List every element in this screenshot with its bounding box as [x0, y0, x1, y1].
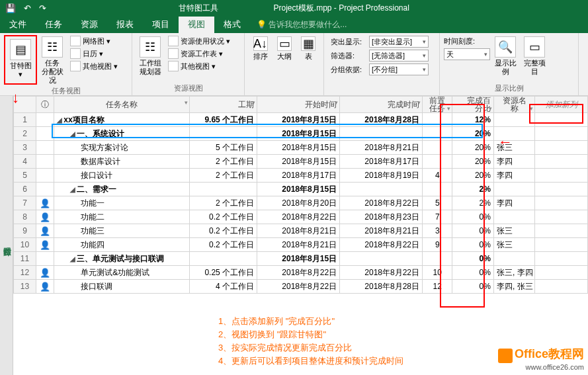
table-row[interactable]: 9👤功能三0.2 个工作日2018年8月21日2018年8月21日30%张三: [14, 224, 588, 238]
duration-cell[interactable]: 2 个工作日: [189, 196, 257, 210]
task-name-cell[interactable]: 数据库设计: [54, 155, 190, 169]
res-cell[interactable]: 李四: [493, 155, 534, 169]
task-usage-button[interactable]: ☷ 任务 分配状况: [38, 35, 66, 85]
row-number[interactable]: 4: [14, 155, 36, 169]
info-cell[interactable]: [36, 127, 54, 141]
finish-cell[interactable]: 2018年8月22日: [340, 266, 423, 280]
table-row[interactable]: 10👤功能四0.2 个工作日2018年8月21日2018年8月22日90%张三: [14, 238, 588, 252]
tab-resource[interactable]: 资源: [71, 16, 107, 33]
pct-cell[interactable]: 2%: [452, 183, 493, 196]
start-cell[interactable]: 2018年8月22日: [257, 266, 340, 280]
res-cell[interactable]: [493, 183, 534, 196]
pred-cell[interactable]: 5: [423, 196, 452, 210]
task-name-cell[interactable]: ◢二、需求一: [54, 183, 190, 196]
new-cell[interactable]: [535, 266, 588, 280]
res-cell[interactable]: 李四: [493, 196, 534, 210]
finish-cell[interactable]: 2018年8月17日: [340, 155, 423, 169]
task-name-cell[interactable]: 功能四: [54, 238, 190, 252]
task-name-cell[interactable]: 接口设计: [54, 169, 190, 183]
table-row[interactable]: 12👤单元测试&功能测试0.25 个工作日2018年8月22日2018年8月22…: [14, 266, 588, 280]
info-cell[interactable]: 👤: [36, 280, 54, 294]
pred-cell[interactable]: [423, 113, 452, 127]
col-percent-complete[interactable]: 完成百 分比▾: [452, 97, 493, 113]
team-planner-button[interactable]: ☷ 工作组 规划器: [136, 35, 164, 82]
col-add-new[interactable]: 添加新列: [535, 97, 588, 113]
duration-cell[interactable]: 4 个工作日: [189, 280, 257, 294]
gantt-chart-button[interactable]: ▤ 甘特图▾: [7, 38, 34, 79]
col-start[interactable]: 开始时间▾: [257, 97, 340, 113]
info-cell[interactable]: 👤: [36, 224, 54, 238]
col-task-name[interactable]: 任务名称▾: [54, 97, 190, 113]
duration-cell[interactable]: [189, 252, 257, 266]
task-name-cell[interactable]: ◢三、单元测试与接口联调: [54, 252, 190, 266]
col-predecessors[interactable]: 前置 任务▾: [423, 97, 452, 113]
new-cell[interactable]: [535, 252, 588, 266]
timescale-combo[interactable]: 天▾: [444, 48, 490, 60]
zoom-button[interactable]: 🔍显示比例: [491, 35, 519, 82]
tell-me[interactable]: 💡 告诉我您想要做什么...: [250, 17, 353, 33]
finish-cell[interactable]: 2018年8月28日: [340, 113, 423, 127]
finish-cell[interactable]: 2018年8月21日: [340, 224, 423, 238]
task-name-cell[interactable]: 接口联调: [54, 280, 190, 294]
pct-cell[interactable]: 0%: [452, 280, 493, 294]
task-name-cell[interactable]: 功能一: [54, 196, 190, 210]
task-name-cell[interactable]: ◢一、系统设计: [54, 127, 190, 141]
start-cell[interactable]: 2018年8月20日: [257, 196, 340, 210]
new-cell[interactable]: [535, 210, 588, 224]
table-row[interactable]: 11◢三、单元测试与接口联调2018年8月15日0%: [14, 252, 588, 266]
res-cell[interactable]: 张三: [493, 224, 534, 238]
pct-cell[interactable]: 12%: [452, 113, 493, 127]
pct-cell[interactable]: 20%: [452, 127, 493, 141]
finish-cell[interactable]: [340, 183, 423, 196]
res-cell[interactable]: [493, 252, 534, 266]
res-cell[interactable]: 李四: [493, 169, 534, 183]
new-cell[interactable]: [535, 280, 588, 294]
pred-cell[interactable]: [423, 183, 452, 196]
col-resources[interactable]: 资源名 称▾: [493, 97, 534, 113]
task-name-cell[interactable]: ◢xx项目名称: [54, 113, 190, 127]
sort-button[interactable]: A↓排序: [249, 35, 272, 61]
col-info[interactable]: ⓘ: [36, 97, 54, 113]
pred-cell[interactable]: 12: [423, 280, 452, 294]
start-cell[interactable]: 2018年8月15日: [257, 141, 340, 155]
pred-cell[interactable]: 4: [423, 169, 452, 183]
tab-view[interactable]: 视图: [179, 16, 214, 33]
finish-cell[interactable]: 2018年8月28日: [340, 280, 423, 294]
table-row[interactable]: 1◢xx项目名称9.65 个工作日2018年8月15日2018年8月28日12%: [14, 113, 588, 127]
row-number[interactable]: 5: [14, 169, 36, 183]
finish-cell[interactable]: 2018年8月22日: [340, 196, 423, 210]
row-number[interactable]: 12: [14, 266, 36, 280]
duration-cell[interactable]: [189, 127, 257, 141]
info-cell[interactable]: [36, 183, 54, 196]
info-cell[interactable]: [36, 169, 54, 183]
info-cell[interactable]: 👤: [36, 196, 54, 210]
finish-cell[interactable]: 2018年8月19日: [340, 169, 423, 183]
table-row[interactable]: 6◢二、需求一2018年8月15日2%: [14, 183, 588, 196]
tab-report[interactable]: 报表: [107, 16, 143, 33]
duration-cell[interactable]: 0.2 个工作日: [189, 238, 257, 252]
pct-cell[interactable]: 0%: [452, 266, 493, 280]
start-cell[interactable]: 2018年8月21日: [257, 224, 340, 238]
tab-format[interactable]: 格式: [214, 16, 250, 33]
res-cell[interactable]: 张三, 李四: [493, 266, 534, 280]
start-cell[interactable]: 2018年8月17日: [257, 169, 340, 183]
res-cell[interactable]: 李四, 张三: [493, 280, 534, 294]
duration-cell[interactable]: 0.25 个工作日: [189, 266, 257, 280]
table-row[interactable]: 13👤接口联调4 个工作日2018年8月22日2018年8月28日120%李四,…: [14, 280, 588, 294]
row-number[interactable]: 13: [14, 280, 36, 294]
new-cell[interactable]: [535, 169, 588, 183]
pred-cell[interactable]: [423, 252, 452, 266]
start-cell[interactable]: 2018年8月15日: [257, 155, 340, 169]
finish-cell[interactable]: 2018年8月22日: [340, 238, 423, 252]
new-cell[interactable]: [535, 113, 588, 127]
info-cell[interactable]: [36, 155, 54, 169]
table-row[interactable]: 8👤功能二0.2 个工作日2018年8月22日2018年8月23日70%: [14, 210, 588, 224]
info-cell[interactable]: [36, 252, 54, 266]
pct-cell[interactable]: 0%: [452, 252, 493, 266]
pred-cell[interactable]: 7: [423, 210, 452, 224]
undo-icon[interactable]: ↶: [24, 3, 31, 13]
pct-cell[interactable]: 0%: [452, 224, 493, 238]
duration-cell[interactable]: 5 个工作日: [189, 141, 257, 155]
redo-icon[interactable]: ↷: [39, 3, 46, 13]
info-cell[interactable]: [36, 141, 54, 155]
